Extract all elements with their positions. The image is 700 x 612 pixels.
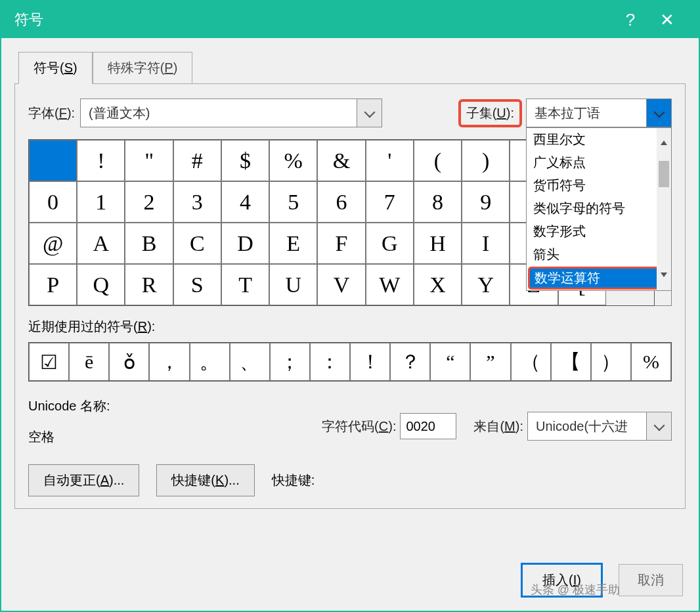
symbol-cell[interactable]: % xyxy=(269,140,317,181)
symbol-cell[interactable]: Y xyxy=(462,264,510,305)
dropdown-item[interactable]: 货币符号 xyxy=(527,174,671,197)
symbol-cell[interactable]: I xyxy=(462,223,510,264)
symbol-cell[interactable]: Q xyxy=(77,264,125,305)
chevron-down-icon[interactable] xyxy=(646,412,671,440)
symbol-cell[interactable]: ( xyxy=(414,140,462,181)
symbol-cell[interactable]: 2 xyxy=(125,181,173,223)
subset-label: 子集(U): xyxy=(458,99,522,127)
shortcut-label: 快捷键: xyxy=(272,471,315,489)
symbol-cell[interactable]: V xyxy=(317,264,365,305)
symbol-cell[interactable]: " xyxy=(125,140,173,181)
symbol-cell[interactable]: 5 xyxy=(269,181,317,223)
recent-symbol-cell[interactable]: ？ xyxy=(390,343,430,381)
symbol-cell[interactable]: 1 xyxy=(77,181,125,223)
dropdown-item[interactable]: 类似字母的符号 xyxy=(527,197,671,220)
font-combobox[interactable]: (普通文本) xyxy=(80,98,382,127)
symbol-cell[interactable]: # xyxy=(173,140,221,181)
subset-combo-value: 基本拉丁语 xyxy=(527,104,646,122)
symbol-cell[interactable]: E xyxy=(269,223,317,264)
symbol-cell[interactable]: 0 xyxy=(29,181,77,223)
recent-symbol-cell[interactable]: ☑ xyxy=(29,343,69,381)
dropdown-item[interactable]: 箭头 xyxy=(527,243,671,266)
symbol-cell[interactable]: 4 xyxy=(221,181,269,223)
recent-symbol-cell[interactable]: ， xyxy=(149,343,189,381)
symbol-cell[interactable]: ! xyxy=(77,140,125,181)
symbol-cell[interactable]: R xyxy=(125,264,173,305)
symbol-cell[interactable]: T xyxy=(221,264,269,305)
recent-symbol-cell[interactable]: ： xyxy=(310,343,350,381)
symbol-cell[interactable]: W xyxy=(366,264,414,305)
unicode-name-label: Unicode 名称: xyxy=(28,397,110,415)
from-combo-value: Unicode(十六进 xyxy=(528,418,646,435)
from-combobox[interactable]: Unicode(十六进 xyxy=(527,412,672,441)
symbol-cell[interactable]: D xyxy=(221,223,269,264)
subset-dropdown: 西里尔文广义标点货币符号类似字母的符号数字形式箭头数学运算符⌄ xyxy=(526,127,672,291)
char-code-input[interactable] xyxy=(400,413,456,439)
recent-symbol-cell[interactable]: ！ xyxy=(350,343,390,381)
symbol-cell[interactable]: ' xyxy=(366,140,414,181)
dropdown-item[interactable]: 西里尔文 xyxy=(527,128,671,151)
chevron-down-icon[interactable] xyxy=(646,99,671,127)
symbol-cell[interactable]: H xyxy=(414,223,462,264)
scroll-thumb[interactable] xyxy=(659,161,669,187)
symbol-cell[interactable]: @ xyxy=(29,223,77,264)
symbol-cell[interactable]: S xyxy=(173,264,221,305)
scroll-up-icon[interactable] xyxy=(657,128,671,142)
dropdown-item[interactable]: 数学运算符⌄ xyxy=(528,267,670,290)
titlebar: 符号 ? ✕ xyxy=(1,1,699,38)
cancel-button[interactable]: 取消 xyxy=(619,564,683,596)
symbol-cell[interactable] xyxy=(29,140,77,181)
dropdown-scrollbar[interactable] xyxy=(657,128,671,290)
tab-strip: 符号(S) 特殊字符(P) xyxy=(18,51,686,83)
scroll-down-icon[interactable] xyxy=(657,276,671,290)
scroll-track[interactable] xyxy=(657,142,671,276)
dropdown-item[interactable]: 广义标点 xyxy=(527,151,671,174)
font-combo-value: (普通文本) xyxy=(81,104,357,122)
recent-symbol-cell[interactable]: ” xyxy=(470,343,510,381)
tab-panel: 字体(F): (普通文本) 子集(U): 基本拉丁语 西里尔文广义标点货币符号类… xyxy=(14,83,686,509)
recent-symbol-cell[interactable]: 【 xyxy=(551,343,591,381)
char-code-label: 字符代码(C): xyxy=(322,418,396,435)
recent-symbol-cell[interactable]: 。 xyxy=(190,343,230,381)
chevron-down-icon[interactable] xyxy=(357,99,382,127)
symbol-cell[interactable]: U xyxy=(269,264,317,305)
recent-symbol-cell[interactable]: ē xyxy=(69,343,109,381)
recent-symbol-cell[interactable]: “ xyxy=(430,343,470,381)
help-button[interactable]: ? xyxy=(612,10,649,30)
window-title: 符号 xyxy=(14,10,612,30)
symbol-cell[interactable]: P xyxy=(29,264,77,305)
recent-symbol-cell[interactable]: % xyxy=(631,343,671,381)
symbol-cell[interactable]: $ xyxy=(221,140,269,181)
symbol-cell[interactable]: C xyxy=(173,223,221,264)
symbol-cell[interactable]: 3 xyxy=(173,181,221,223)
recent-symbol-cell[interactable]: 、 xyxy=(230,343,270,381)
symbol-cell[interactable]: & xyxy=(317,140,365,181)
tab-symbols[interactable]: 符号(S) xyxy=(18,52,93,84)
insert-button[interactable]: 插入(I) xyxy=(521,563,603,598)
unicode-name-value: 空格 xyxy=(28,428,110,446)
symbol-cell[interactable]: F xyxy=(317,223,365,264)
recent-symbol-cell[interactable]: ； xyxy=(270,343,310,381)
recent-symbol-cell[interactable]: ǒ xyxy=(109,343,149,381)
symbol-dialog: 符号 ? ✕ 符号(S) 特殊字符(P) 字体(F): (普通文本) 子集(U)… xyxy=(0,0,700,612)
recent-symbol-cell[interactable]: （ xyxy=(511,343,551,381)
subset-combobox[interactable]: 基本拉丁语 xyxy=(526,98,672,127)
dropdown-item[interactable]: 数字形式 xyxy=(527,220,671,243)
symbol-cell[interactable]: G xyxy=(366,223,414,264)
symbol-cell[interactable]: A xyxy=(77,223,125,264)
font-label: 字体(F): xyxy=(28,104,75,122)
symbol-cell[interactable]: B xyxy=(125,223,173,264)
recent-symbol-cell[interactable]: ） xyxy=(591,343,631,381)
symbol-cell[interactable]: 7 xyxy=(366,181,414,223)
close-button[interactable]: ✕ xyxy=(649,10,686,30)
shortcut-key-button[interactable]: 快捷键(K)... xyxy=(156,464,254,496)
tab-special-chars[interactable]: 特殊字符(P) xyxy=(93,52,193,84)
symbol-cell[interactable]: 6 xyxy=(317,181,365,223)
symbol-cell[interactable]: ) xyxy=(462,140,510,181)
autocorrect-button[interactable]: 自动更正(A)... xyxy=(28,464,139,496)
recent-label: 近期使用过的符号(R): xyxy=(28,318,672,336)
symbol-cell[interactable]: X xyxy=(414,264,462,305)
symbol-cell[interactable]: 8 xyxy=(414,181,462,223)
symbol-cell[interactable]: 9 xyxy=(462,181,510,223)
recent-symbols-grid: ☑ēǒ，。、；：！？“”（【）% xyxy=(28,342,672,382)
